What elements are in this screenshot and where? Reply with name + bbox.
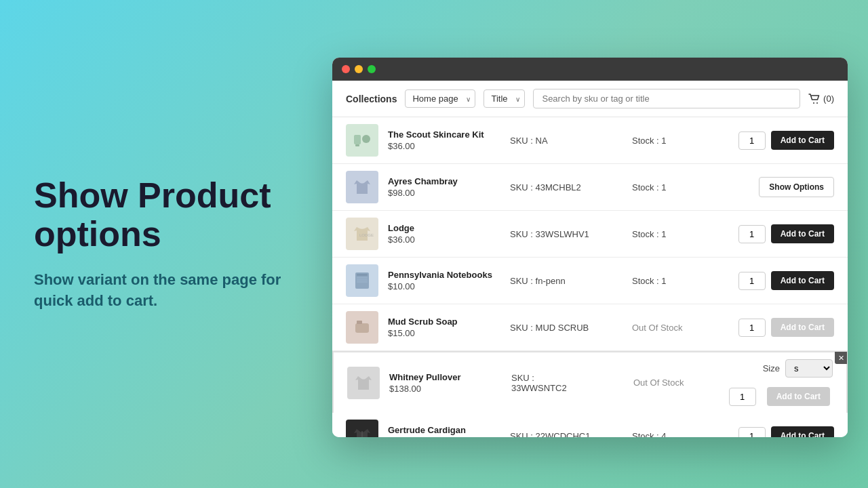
- product-image: [346, 124, 378, 157]
- svg-rect-7: [357, 274, 368, 276]
- product-sku: SKU : fn-penn: [510, 276, 632, 286]
- product-stock: Out Of Stock: [633, 378, 729, 388]
- dot-green[interactable]: [368, 65, 376, 73]
- svg-point-0: [813, 102, 814, 104]
- product-name: The Scout Skincare Kit: [388, 129, 510, 140]
- add-to-cart-button[interactable]: Add to Cart: [771, 131, 834, 150]
- collection-dropdown[interactable]: Home page: [405, 89, 475, 108]
- header-bar: Collections Home page Title (0): [332, 81, 848, 117]
- product-stock: Stock : 1: [632, 229, 738, 239]
- product-sku: SKU : 33WSLWHV1: [510, 229, 632, 239]
- product-price: $98.00: [388, 188, 510, 198]
- svg-text:LODGE: LODGE: [359, 233, 374, 237]
- product-info: Whitney Pullover $138.00: [389, 372, 511, 394]
- product-image: [346, 264, 378, 297]
- title-dropdown-wrap[interactable]: Title: [484, 89, 525, 108]
- product-sku: SKU : 22WCDCHC1: [510, 431, 632, 438]
- product-stock: Stock : 4: [632, 431, 738, 438]
- svg-rect-12: [357, 321, 362, 324]
- product-image: [346, 420, 378, 437]
- product-price: $108.00: [388, 436, 510, 437]
- left-panel: Show Product options Show variant on the…: [34, 176, 305, 312]
- product-stock: Out Of Stock: [632, 323, 738, 333]
- close-button[interactable]: ✕: [835, 352, 847, 364]
- collection-dropdown-wrap[interactable]: Home page: [405, 89, 475, 108]
- product-row: Gertrude Cardigan $108.00 SKU : 22WCDCHC…: [332, 413, 848, 437]
- product-row: The Scout Skincare Kit $36.00 SKU : NA S…: [332, 117, 848, 164]
- title-dropdown[interactable]: Title: [484, 89, 525, 108]
- size-label: Size: [763, 363, 780, 373]
- product-stock: Stock : 1: [632, 136, 738, 146]
- add-to-cart-button[interactable]: Add to Cart: [771, 224, 834, 243]
- size-select[interactable]: s m l xl: [785, 359, 833, 378]
- svg-rect-11: [355, 323, 369, 333]
- add-to-cart-button: Add to Cart: [771, 318, 834, 337]
- product-name: Pennsylvania Notebooks: [388, 270, 510, 280]
- product-image: [346, 171, 378, 203]
- product-image: [347, 367, 380, 399]
- product-info: Mud Scrub Soap $15.00: [388, 317, 510, 338]
- qty-input[interactable]: [738, 225, 766, 243]
- product-name: Mud Scrub Soap: [388, 317, 510, 327]
- sub-title: Show variant on the same page for quick …: [34, 270, 305, 312]
- product-sku: SKU : NA: [510, 136, 632, 146]
- product-info: Lodge $36.00: [388, 223, 510, 245]
- svg-point-1: [816, 102, 818, 104]
- product-name: Lodge: [388, 223, 510, 233]
- add-to-cart-button[interactable]: Add to Cart: [771, 271, 834, 290]
- dot-yellow[interactable]: [355, 65, 363, 73]
- product-info: The Scout Skincare Kit $36.00: [388, 129, 510, 151]
- qty-input[interactable]: [738, 427, 766, 438]
- expanded-controls: Size s m l xl Add to Cart: [729, 359, 833, 406]
- browser-window: Collections Home page Title (0): [332, 58, 848, 437]
- product-name: Ayres Chambray: [388, 176, 510, 186]
- collections-label: Collections: [346, 94, 397, 104]
- action-row: Add to Cart: [729, 387, 833, 406]
- add-to-cart-button[interactable]: Add to Cart: [771, 426, 834, 437]
- product-name: Gertrude Cardigan: [388, 425, 510, 435]
- product-row: Pennsylvania Notebooks $10.00 SKU : fn-p…: [332, 258, 848, 304]
- dot-red[interactable]: [342, 65, 350, 73]
- product-price: $10.00: [388, 281, 510, 291]
- product-info: Gertrude Cardigan $108.00: [388, 425, 510, 437]
- cart-count: (0): [823, 94, 834, 104]
- product-image: [346, 311, 378, 344]
- search-input[interactable]: [533, 89, 800, 108]
- product-price: $36.00: [388, 235, 510, 245]
- browser-titlebar: [332, 58, 848, 81]
- product-price: $36.00: [388, 141, 510, 151]
- size-row: Size s m l xl: [763, 359, 833, 378]
- add-to-cart-button: Add to Cart: [767, 387, 830, 406]
- product-info: Pennsylvania Notebooks $10.00: [388, 270, 510, 291]
- svg-rect-4: [355, 144, 359, 146]
- qty-input[interactable]: [738, 272, 766, 290]
- product-row-expanded: ✕ Whitney Pullover $138.00 SKU :33WWSNTC…: [332, 351, 848, 413]
- qty-input[interactable]: [738, 319, 766, 337]
- product-name: Whitney Pullover: [389, 372, 511, 382]
- product-price: $138.00: [389, 384, 511, 394]
- product-row: LODGE Lodge $36.00 SKU : 33WSLWHV1 Stock…: [332, 211, 848, 258]
- product-sku: SKU : 43MCHBL2: [510, 182, 632, 192]
- product-stock: Stock : 1: [632, 182, 759, 192]
- product-list: The Scout Skincare Kit $36.00 SKU : NA S…: [332, 117, 848, 437]
- main-title: Show Product options: [34, 176, 305, 253]
- product-stock: Stock : 1: [632, 276, 738, 286]
- product-sku: SKU : MUD SCRUB: [510, 323, 632, 333]
- product-price: $15.00: [388, 328, 510, 338]
- qty-input[interactable]: [738, 131, 766, 150]
- cart-svg: [808, 94, 821, 104]
- product-sku: SKU :33WWSNTC2: [511, 373, 633, 393]
- svg-point-3: [362, 135, 370, 143]
- cart-icon: (0): [808, 94, 834, 104]
- app-content: Collections Home page Title (0): [332, 81, 848, 437]
- product-image: LODGE: [346, 218, 378, 250]
- show-options-button[interactable]: Show Options: [759, 177, 834, 197]
- qty-input[interactable]: [729, 388, 756, 406]
- product-info: Ayres Chambray $98.00: [388, 176, 510, 198]
- product-row: Ayres Chambray $98.00 SKU : 43MCHBL2 Sto…: [332, 164, 848, 211]
- svg-rect-2: [354, 135, 361, 144]
- product-row: Mud Scrub Soap $15.00 SKU : MUD SCRUB Ou…: [332, 304, 848, 351]
